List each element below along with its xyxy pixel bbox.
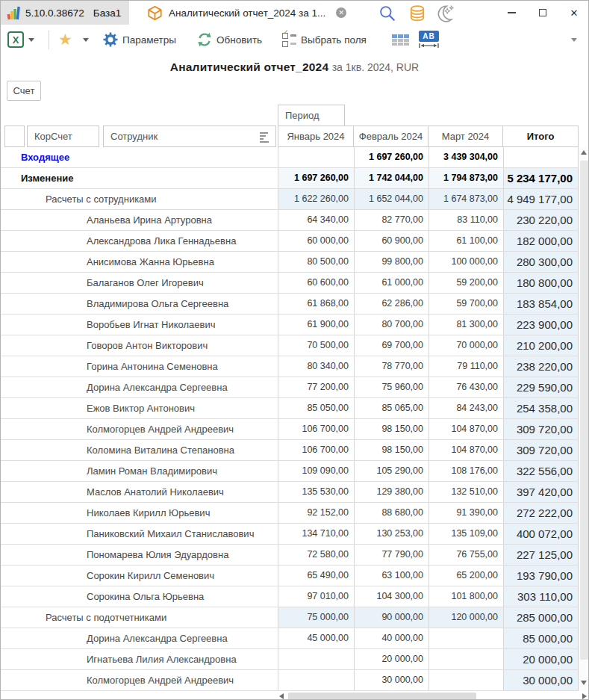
- account-filter-button[interactable]: Счет: [7, 81, 41, 101]
- cell-feb[interactable]: 63 100,00: [354, 566, 428, 586]
- cell-mar[interactable]: 91 390,00: [428, 503, 503, 524]
- cell-jan[interactable]: 135 530,00: [278, 482, 354, 503]
- table-row[interactable]: Александрова Лика Геннадьевна60 000,0060…: [1, 231, 579, 252]
- cell-jan[interactable]: 61 900,00: [278, 315, 354, 335]
- cell-total[interactable]: 229 590,00: [503, 377, 579, 398]
- vertical-scrollbar[interactable]: [579, 147, 589, 691]
- cell-total[interactable]: 4 949 177,00: [503, 189, 579, 210]
- cell-mar[interactable]: 65 200,00: [428, 566, 503, 586]
- cell-jan[interactable]: 64 340,00: [278, 210, 354, 231]
- cell-total[interactable]: 5 234 177,00: [503, 168, 579, 189]
- row-label[interactable]: Паниковский Михаил Станиславович: [1, 524, 278, 545]
- cell-feb[interactable]: 104 300,00: [354, 586, 428, 607]
- row-label[interactable]: Ежов Виктор Антонович: [1, 398, 278, 419]
- autofit-width-button[interactable]: AB: [419, 25, 439, 55]
- row-label[interactable]: Маслов Анатолий Николаевич: [1, 482, 278, 503]
- cell-mar[interactable]: 76 430,00: [428, 377, 503, 398]
- table-row[interactable]: Владимирова Ольга Сергеевна61 868,0062 2…: [1, 294, 579, 315]
- cell-jan[interactable]: [278, 147, 354, 168]
- cell-feb[interactable]: 105 290,00: [354, 461, 428, 482]
- row-label[interactable]: Александрова Лика Геннадьевна: [1, 231, 278, 252]
- cell-jan[interactable]: 80 500,00: [278, 252, 354, 273]
- cell-mar[interactable]: 135 109,00: [428, 524, 503, 545]
- row-label[interactable]: Входящее: [1, 147, 278, 168]
- tab-close-icon[interactable]: ✕: [336, 7, 346, 18]
- cell-feb[interactable]: 20 000,00: [354, 649, 428, 670]
- cell-mar[interactable]: 120 000,00: [428, 607, 503, 628]
- row-label[interactable]: Изменение: [1, 168, 278, 189]
- cell-jan[interactable]: 75 000,00: [278, 607, 354, 628]
- table-row[interactable]: Расчеты с подотчетниками75 000,0090 000,…: [1, 607, 579, 628]
- cell-feb[interactable]: 129 380,00: [354, 482, 428, 503]
- scroll-left-icon[interactable]: [279, 693, 284, 699]
- vertical-scrollbar-thumb[interactable]: [580, 161, 588, 660]
- cell-feb[interactable]: 30 000,00: [354, 670, 428, 691]
- cell-total[interactable]: 280 300,00: [503, 252, 579, 273]
- row-label[interactable]: Колмогорцев Андрей Андреевич: [1, 670, 278, 691]
- table-row[interactable]: Балаганов Олег Игоревич60 600,0061 000,0…: [1, 273, 579, 294]
- cell-mar[interactable]: 101 800,00: [428, 586, 503, 607]
- row-label[interactable]: Владимирова Ольга Сергеевна: [1, 294, 278, 315]
- cell-total[interactable]: 183 854,00: [503, 294, 579, 315]
- cell-jan[interactable]: 72 580,00: [278, 545, 354, 566]
- cell-total[interactable]: 193 790,00: [503, 566, 579, 586]
- table-row[interactable]: Аланьева Ирина Артуровна64 340,0082 770,…: [1, 210, 579, 231]
- cell-total[interactable]: 20 000,00: [503, 649, 579, 670]
- cell-mar[interactable]: [428, 649, 503, 670]
- row-label[interactable]: Балаганов Олег Игоревич: [1, 273, 278, 294]
- cell-jan[interactable]: 60 600,00: [278, 273, 354, 294]
- column-header-total[interactable]: Итого: [502, 126, 579, 147]
- cell-mar[interactable]: [428, 628, 503, 649]
- cell-jan[interactable]: 45 000,00: [278, 628, 354, 649]
- period-header[interactable]: Период: [278, 105, 345, 126]
- cell-mar[interactable]: 3 439 304,00: [428, 147, 503, 168]
- cell-total[interactable]: 309 720,00: [503, 440, 579, 461]
- employee-header[interactable]: Сотрудник: [103, 126, 276, 147]
- column-header-jan[interactable]: Январь 2024: [278, 126, 354, 147]
- grid-view-button[interactable]: [392, 25, 409, 55]
- cell-total[interactable]: 227 125,00: [503, 545, 579, 566]
- cell-feb[interactable]: 60 900,00: [354, 231, 428, 252]
- chevron-down-icon[interactable]: [83, 38, 89, 42]
- toolbar-overflow-button[interactable]: [571, 25, 577, 55]
- excel-export-button[interactable]: X: [7, 25, 34, 55]
- cell-feb[interactable]: 1 697 260,00: [354, 147, 428, 168]
- table-row[interactable]: Сорокин Кирилл Семенович65 490,0063 100,…: [1, 566, 579, 586]
- table-row[interactable]: Анисимова Жанна Юрьевна80 500,0099 800,0…: [1, 252, 579, 273]
- cell-total[interactable]: 182 000,00: [503, 231, 579, 252]
- korschet-header[interactable]: КорСчет: [27, 126, 99, 147]
- table-row[interactable]: Ежов Виктор Антонович85 050,0085 065,008…: [1, 398, 579, 419]
- cell-total[interactable]: 322 556,00: [503, 461, 579, 482]
- cell-jan[interactable]: 77 200,00: [278, 377, 354, 398]
- table-row[interactable]: Говоров Антон Викторович70 500,0069 700,…: [1, 335, 579, 356]
- cell-mar[interactable]: 104 870,00: [428, 440, 503, 461]
- cell-jan[interactable]: 134 710,00: [278, 524, 354, 545]
- horizontal-scrollbar[interactable]: [278, 692, 589, 700]
- chevron-down-icon[interactable]: [28, 38, 34, 42]
- cell-mar[interactable]: 108 176,00: [428, 461, 503, 482]
- cell-feb[interactable]: 98 150,00: [354, 440, 428, 461]
- cell-feb[interactable]: 98 150,00: [354, 419, 428, 440]
- refresh-button[interactable]: Обновить: [197, 25, 262, 55]
- cell-total[interactable]: 400 072,00: [503, 524, 579, 545]
- cell-jan[interactable]: [278, 670, 354, 691]
- cell-feb[interactable]: 40 000,00: [354, 628, 428, 649]
- table-row[interactable]: Сорокина Ольга Юрьевна97 010,00104 300,0…: [1, 586, 579, 607]
- table-row[interactable]: Маслов Анатолий Николаевич135 530,00129 …: [1, 482, 579, 503]
- cell-total[interactable]: 210 200,00: [503, 335, 579, 356]
- cell-mar[interactable]: 79 110,00: [428, 356, 503, 377]
- horizontal-scrollbar-thumb[interactable]: [288, 693, 476, 700]
- row-label[interactable]: Анисимова Жанна Юрьевна: [1, 252, 278, 273]
- cell-jan[interactable]: [278, 649, 354, 670]
- cell-feb[interactable]: 90 000,00: [354, 607, 428, 628]
- row-label[interactable]: Сорокина Ольга Юрьевна: [1, 586, 278, 607]
- table-row[interactable]: Пономарева Юлия Эдуардовна72 580,0077 79…: [1, 545, 579, 566]
- row-label[interactable]: Воробьев Игнат Николаевич: [1, 315, 278, 335]
- sort-icon[interactable]: [260, 132, 269, 143]
- cell-feb[interactable]: 1 742 044,00: [354, 168, 428, 189]
- cell-feb[interactable]: 78 770,00: [354, 356, 428, 377]
- choose-fields-button[interactable]: ✓ Выбрать поля: [282, 25, 367, 55]
- table-row[interactable]: Николаев Кирилл Юрьевич92 152,0088 680,0…: [1, 503, 579, 524]
- cell-jan[interactable]: 61 868,00: [278, 294, 354, 315]
- table-row[interactable]: Колмогорцев Андрей Андреевич106 700,0098…: [1, 419, 579, 440]
